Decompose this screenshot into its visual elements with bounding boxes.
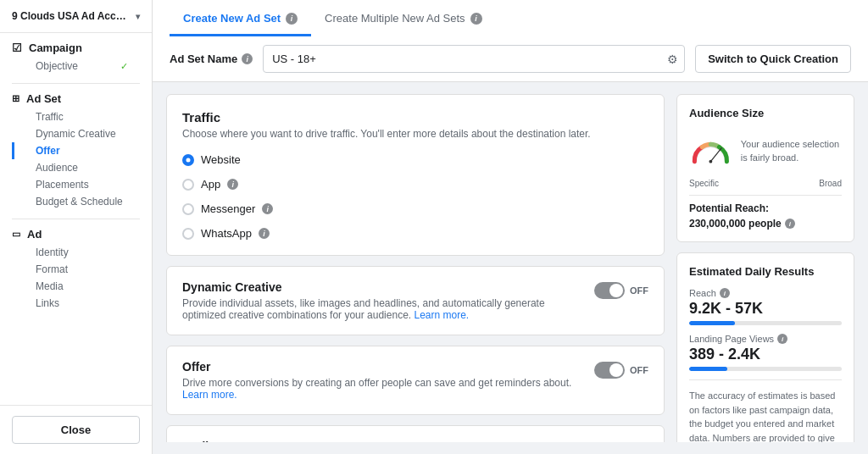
lpv-value: 389 - 2.4K (689, 346, 842, 363)
info-icon-app: i (227, 179, 238, 190)
svg-line-0 (710, 148, 721, 162)
lpv-bar-fill (689, 367, 727, 371)
radio-empty-icon-2 (182, 203, 194, 215)
traffic-title: Traffic (182, 110, 648, 125)
sidebar-item-budget-schedule[interactable]: Budget & Schedule (12, 193, 140, 210)
info-icon-messenger: i (262, 203, 273, 214)
offer-toggle-wrap: OFF (594, 362, 648, 379)
offer-card: Offer Drive more conversions by creating… (166, 346, 665, 415)
sidebar-item-links[interactable]: Links (12, 295, 140, 312)
chevron-down-icon: ▾ (136, 12, 140, 21)
sidebar: 9 Clouds USA Ad Accou... ▾ ☑ Campaign Ob… (0, 0, 153, 454)
audience-size-panel: Audience Size (676, 94, 854, 242)
info-icon-reach-stat: i (720, 288, 730, 298)
content-right: Audience Size (676, 94, 854, 442)
gauge-area: Your audience selection is fairly broad. (689, 130, 842, 172)
gauge-svg (689, 130, 732, 172)
svg-point-1 (709, 160, 712, 163)
gauge-text: Your audience selection is fairly broad. (741, 137, 842, 165)
traffic-option-app[interactable]: App i (182, 178, 648, 191)
sidebar-item-identity[interactable]: Identity (12, 244, 140, 261)
dynamic-creative-learn-more[interactable]: Learn more. (414, 309, 469, 321)
audience-size-title: Audience Size (689, 107, 842, 119)
sidebar-item-dynamic-creative[interactable]: Dynamic Creative (12, 125, 140, 142)
sidebar-item-objective[interactable]: Objective ✓ (12, 58, 140, 75)
content-area: Traffic Choose where you want to drive t… (153, 82, 868, 454)
info-icon-3: i (242, 53, 253, 64)
gear-icon-button[interactable]: ⚙ (667, 53, 678, 66)
dynamic-creative-card: Dynamic Creative Provide individual asse… (166, 266, 665, 335)
dynamic-creative-toggle-label: OFF (630, 285, 648, 296)
sidebar-item-audience[interactable]: Audience (12, 159, 140, 176)
adset-icon: ⊞ (12, 93, 19, 104)
offer-info: Offer Drive more conversions by creating… (182, 360, 594, 401)
traffic-card: Traffic Choose where you want to drive t… (166, 94, 665, 256)
offer-toggle-label: OFF (630, 365, 648, 375)
audience-title: Audience (182, 440, 648, 442)
adset-name-input[interactable] (263, 45, 685, 73)
dynamic-creative-toggle[interactable] (594, 282, 625, 299)
reach-stat: Reach i 9.2K - 57K (689, 288, 842, 325)
adset-name-row: Ad Set Name i ⚙ Switch to Quick Creation (170, 36, 851, 81)
adset-name-label: Ad Set Name i (170, 53, 253, 65)
traffic-options: Website App i Messenger i WhatsApp (182, 153, 648, 240)
offer-toggle[interactable] (594, 362, 625, 379)
sidebar-item-format[interactable]: Format (12, 261, 140, 278)
whatsapp-label: WhatsApp (201, 227, 252, 240)
traffic-option-website[interactable]: Website (182, 153, 648, 166)
ad-section-header: ▭ Ad (12, 228, 140, 241)
website-label: Website (201, 153, 241, 166)
audience-card: Audience Define who you want to see your… (166, 425, 665, 442)
traffic-option-whatsapp[interactable]: WhatsApp i (182, 227, 648, 240)
messenger-label: Messenger (201, 202, 255, 215)
dynamic-creative-title: Dynamic Creative (182, 280, 581, 294)
sidebar-item-media[interactable]: Media (12, 278, 140, 295)
tab-create-new[interactable]: Create New Ad Set i (170, 0, 311, 36)
offer-learn-more[interactable]: Learn more. (182, 389, 237, 401)
content-left: Traffic Choose where you want to drive t… (166, 94, 665, 442)
lpv-stat: Landing Page Views i 389 - 2.4K (689, 334, 842, 371)
dynamic-creative-info: Dynamic Creative Provide individual asse… (182, 280, 594, 321)
estimated-daily-panel: Estimated Daily Results Reach i 9.2K - 5… (676, 252, 854, 442)
radio-selected-icon (182, 154, 194, 166)
lpv-label-row: Landing Page Views i (689, 334, 842, 344)
traffic-option-messenger[interactable]: Messenger i (182, 202, 648, 215)
reach-label-row: Reach i (689, 288, 842, 298)
lpv-bar (689, 367, 842, 371)
info-icon-reach: i (785, 219, 795, 229)
disclaimer: The accuracy of estimates is based on fa… (689, 379, 842, 442)
radio-empty-icon (182, 179, 194, 191)
sidebar-item-offer[interactable]: Offer (12, 142, 140, 159)
info-icon: i (286, 13, 298, 25)
tab-create-multiple[interactable]: Create Multiple New Ad Sets i (311, 0, 495, 36)
account-selector[interactable]: 9 Clouds USA Ad Accou... ▾ (0, 0, 152, 33)
adset-name-input-wrap: ⚙ (263, 45, 685, 73)
tab-bar: Create New Ad Set i Create Multiple New … (170, 0, 851, 36)
estimated-daily-title: Estimated Daily Results (689, 265, 842, 278)
potential-reach: Potential Reach: 230,000,000 people i (689, 195, 842, 230)
reach-bar (689, 321, 842, 325)
dynamic-creative-desc: Provide individual assets, like images a… (182, 297, 581, 321)
info-icon-2: i (470, 13, 482, 25)
close-button[interactable]: Close (12, 416, 140, 444)
info-icon-lpv: i (777, 334, 787, 344)
sidebar-item-placements[interactable]: Placements (12, 176, 140, 193)
check-icon: ✓ (120, 61, 128, 72)
gauge-labels: Specific Broad (689, 179, 842, 188)
quick-creation-button[interactable]: Switch to Quick Creation (695, 45, 851, 73)
main-content: Create New Ad Set i Create Multiple New … (153, 0, 868, 454)
main-header: Create New Ad Set i Create Multiple New … (153, 0, 868, 82)
dynamic-creative-inner: Dynamic Creative Provide individual asse… (182, 280, 648, 321)
ad-icon: ▭ (12, 229, 20, 240)
info-icon-whatsapp: i (259, 228, 270, 239)
offer-inner: Offer Drive more conversions by creating… (182, 360, 648, 401)
traffic-description: Choose where you want to drive traffic. … (182, 128, 648, 140)
campaign-icon: ☑ (12, 42, 22, 54)
offer-desc: Drive more conversions by creating an of… (182, 377, 581, 401)
sidebar-item-traffic[interactable]: Traffic (12, 108, 140, 125)
sidebar-close-area: Close (0, 405, 152, 454)
reach-value: 9.2K - 57K (689, 300, 842, 318)
adset-section-header: ⊞ Ad Set (12, 92, 140, 105)
radio-empty-icon-3 (182, 228, 194, 240)
app-label: App (201, 178, 220, 191)
